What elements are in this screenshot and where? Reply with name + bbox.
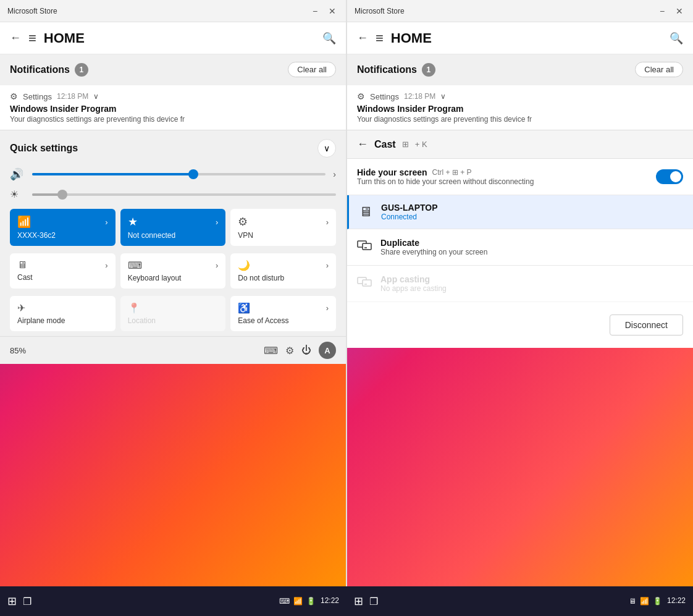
left-taskbar-time: 12:22 (321, 596, 339, 606)
right-device-icon: 🖥 (359, 204, 372, 220)
right-app-casting-option[interactable]: App casting No apps are casting (347, 266, 693, 302)
left-home-title: HOME (44, 30, 315, 46)
left-bluetooth-tile[interactable]: ★ › Not connected (120, 209, 226, 246)
left-cast-arrow: › (105, 261, 107, 270)
left-dnd-tile[interactable]: 🌙 › Do not disturb (230, 253, 336, 289)
left-notif-time: 12:18 PM (57, 92, 88, 101)
right-duplicate-title: Duplicate (380, 238, 487, 248)
right-wifi-tray-icon[interactable]: 📶 (640, 597, 649, 605)
right-files-btn[interactable]: ❐ (369, 596, 378, 607)
left-back-btn[interactable]: ← (10, 32, 21, 44)
left-bluetooth-label: Not connected (128, 231, 175, 240)
left-notif-badge: 1 (75, 63, 88, 77)
left-files-btn[interactable]: ❐ (23, 596, 32, 607)
left-title-bar: Microsoft Store − ✕ (0, 0, 346, 22)
left-clear-all-btn[interactable]: Clear all (288, 62, 336, 77)
left-keyboard-arrow: › (216, 261, 218, 270)
left-location-icon: 📍 (128, 302, 140, 314)
right-app-casting-icon (357, 276, 372, 292)
right-duplicate-icon (357, 239, 372, 255)
left-location-tile[interactable]: 📍 Location (120, 296, 226, 331)
right-notif-time: 12:18 PM (404, 92, 435, 101)
left-taskbar-icons: ⊞ ❐ (7, 594, 32, 608)
right-device-name: GUS-LAPTOP (381, 203, 438, 213)
left-menu-btn[interactable]: ≡ (28, 30, 36, 46)
left-settings-status-icon[interactable]: ⚙ (285, 345, 294, 357)
right-hide-screen-toggle[interactable] (656, 169, 683, 184)
right-cast-device: 🖥 GUS-LAPTOP Connected (347, 195, 693, 229)
left-keyboard-status-icon[interactable]: ⌨ (264, 345, 278, 357)
left-keyboard-tray-icon[interactable]: ⌨ (279, 597, 290, 605)
left-ease-arrow: › (326, 303, 329, 313)
right-windows-btn[interactable]: ⊞ (354, 594, 363, 608)
left-keyboard-tile[interactable]: ⌨ › Keyboard layout (120, 253, 226, 289)
right-taskbar-tray: 🖥 📶 🔋 12:22 (629, 596, 686, 606)
right-minimize-btn[interactable]: − (656, 5, 668, 17)
right-battery-tray-icon[interactable]: 🔋 (653, 597, 662, 605)
right-cast-title: Cast (374, 139, 396, 150)
right-app-casting-desc: No apps are casting (380, 284, 447, 293)
left-battery-tray-icon[interactable]: 🔋 (306, 597, 316, 605)
right-cast-back-btn[interactable]: ← (357, 138, 368, 151)
right-disconnect-area: Disconnect (347, 302, 693, 348)
left-minimize-btn[interactable]: − (309, 5, 321, 17)
left-volume-track[interactable] (32, 173, 326, 175)
left-notif-title: Notifications (10, 64, 70, 75)
left-close-btn[interactable]: ✕ (326, 5, 338, 17)
left-vpn-icon: ⚙ (238, 215, 248, 229)
left-notif-source: Settings (23, 92, 52, 101)
right-menu-btn[interactable]: ≡ (376, 30, 384, 46)
left-airplane-icon: ✈ (17, 302, 25, 314)
left-ease-label: Ease of Access (238, 316, 288, 325)
right-close-btn[interactable]: ✕ (673, 5, 686, 17)
right-home-title: HOME (391, 30, 662, 46)
right-clear-all-btn[interactable]: Clear all (635, 62, 683, 77)
left-bg-area: Notifications 1 Clear all ⚙ Settings 12:… (0, 54, 346, 616)
left-app-header: ← ≡ HOME 🔍 (0, 22, 346, 54)
left-cast-icon: 🖥 (17, 259, 27, 271)
left-panel: Microsoft Store − ✕ ← ≡ HOME 🔍 Not (0, 0, 346, 616)
left-wifi-tray-icon[interactable]: 📶 (293, 597, 303, 605)
left-windows-btn[interactable]: ⊞ (7, 594, 17, 608)
left-tiles-row1: 📶 › XXXX-36c2 ★ › Not connected (0, 204, 346, 251)
right-device-status: Connected (381, 213, 438, 221)
taskbar: ⊞ ❐ ⌨ 📶 🔋 12:22 ⊞ ❐ 🖥 📶 (0, 586, 693, 616)
left-airplane-tile[interactable]: ✈ Airplane mode (10, 296, 116, 331)
right-back-btn[interactable]: ← (357, 32, 368, 44)
right-taskbar-icons: ⊞ ❐ (354, 594, 378, 608)
left-overlay: Notifications 1 Clear all ⚙ Settings 12:… (0, 54, 346, 364)
right-duplicate-option[interactable]: Duplicate Share everything on your scree… (347, 229, 693, 266)
left-qs-panel: Quick settings ∨ 🔊 › (0, 130, 346, 364)
left-qs-title: Quick settings (10, 143, 78, 154)
right-cast-header: ← Cast ⊞ + K (347, 130, 693, 159)
right-tray-icons: 🖥 📶 🔋 (629, 597, 662, 605)
svg-rect-1 (363, 243, 371, 250)
left-brightness-track[interactable] (32, 193, 336, 196)
left-wifi-icon: 📶 (17, 215, 31, 229)
right-notif-msg-title: Windows Insider Program (357, 104, 683, 114)
left-notif-msg-title: Windows Insider Program (10, 104, 336, 114)
left-bluetooth-icon: ★ (128, 215, 138, 229)
left-wifi-tile[interactable]: 📶 › XXXX-36c2 (10, 209, 116, 246)
left-power-status-icon[interactable]: ⏻ (301, 345, 311, 356)
left-tray-icons: ⌨ 📶 🔋 (279, 597, 316, 605)
left-notif-msg-body: Your diagnostics settings are preventing… (10, 115, 336, 124)
right-disconnect-btn[interactable]: Disconnect (610, 314, 683, 335)
left-brightness-slider-row: ☀ (0, 185, 346, 204)
left-location-label: Location (128, 316, 156, 325)
right-toggle-knob (670, 171, 681, 182)
right-display-tray-icon[interactable]: 🖥 (629, 597, 636, 605)
left-ease-tile[interactable]: ♿ › Ease of Access (230, 296, 336, 331)
right-search-btn[interactable]: 🔍 (670, 32, 683, 45)
right-notif-dropdown[interactable]: ∨ (440, 92, 446, 101)
left-volume-thumb (188, 169, 198, 179)
left-volume-arrow[interactable]: › (333, 169, 336, 179)
left-search-btn[interactable]: 🔍 (322, 32, 336, 45)
left-cast-tile[interactable]: 🖥 › Cast (10, 253, 116, 289)
left-user-avatar[interactable]: A (319, 342, 336, 359)
left-volume-slider-row: 🔊 › (0, 164, 346, 185)
left-notif-dropdown[interactable]: ∨ (93, 92, 99, 101)
left-cast-label: Cast (17, 273, 33, 282)
left-vpn-tile[interactable]: ⚙ › VPN (230, 209, 336, 246)
left-qs-collapse-btn[interactable]: ∨ (317, 139, 336, 158)
